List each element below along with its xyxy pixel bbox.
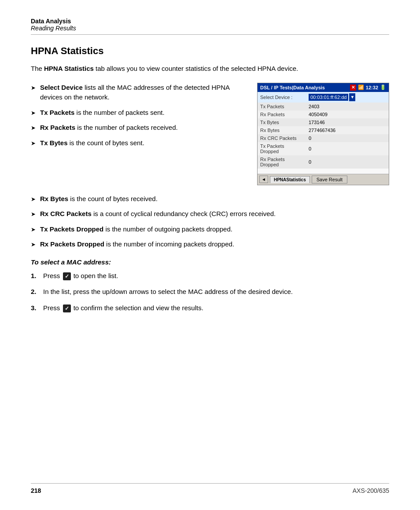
step-3-text-before: Press <box>43 304 62 312</box>
arrow-icon-7: ➤ <box>31 240 36 249</box>
arrow-icon-4: ➤ <box>31 195 36 204</box>
table-row: Tx Packets Dropped 0 <box>258 142 389 155</box>
step-3: 3. Press to confirm the selection and vi… <box>31 303 389 313</box>
dropdown-arrow-icon[interactable]: ▼ <box>349 93 355 101</box>
row-label-3: Rx Bytes <box>258 126 306 134</box>
bullet-item-6: ➤ Tx Packets Dropped is the number of ou… <box>31 224 389 235</box>
bullet-bold-2: Rx Packets <box>40 124 75 131</box>
bullet-list-left: ➤ Select Device lists all the MAC addres… <box>31 83 248 148</box>
table-row: Tx Packets 2403 <box>258 103 389 110</box>
row-value-3: 2774667436 <box>306 126 389 134</box>
device-select-value: 00:03:01:ff:62:dd <box>309 94 348 101</box>
footer-page-number: 218 <box>31 487 41 494</box>
device-data-table: Select Device : 00:03:01:ff:62:dd ▼ Tx P… <box>258 92 389 174</box>
device-screen: DSL / IP Tests|Data Analysis ✕ 📶 12:32 🔋… <box>257 83 389 185</box>
step-1-text-before: Press <box>43 272 62 279</box>
scroll-left-button[interactable]: ◄ <box>259 176 268 183</box>
row-label-0: Tx Packets <box>258 103 306 110</box>
step-1-text-after: to open the list. <box>74 272 118 279</box>
step-content-3: Press to confirm the selection and view … <box>43 303 389 313</box>
bullet-text-3: Tx Bytes is the count of bytes sent. <box>40 138 144 148</box>
right-content: DSL / IP Tests|Data Analysis ✕ 📶 12:32 🔋… <box>257 83 389 185</box>
bullet-rest-2: is the number of packets received. <box>75 124 178 131</box>
arrow-icon-6: ➤ <box>31 225 36 234</box>
hpna-statistics-tab[interactable]: HPNAStatistics <box>270 176 310 183</box>
select-device-value-cell: 00:03:01:ff:62:dd ▼ <box>306 92 389 103</box>
intro-text-after: tab allows you to view counter statistic… <box>94 65 298 72</box>
bullet-item-2: ➤ Rx Packets is the number of packets re… <box>31 123 248 133</box>
intro-paragraph: The HPNA Statistics tab allows you to vi… <box>31 64 389 74</box>
step-3-text-after: to confirm the selection and view the re… <box>74 304 203 312</box>
arrow-icon-0: ➤ <box>31 84 36 92</box>
header-title: Data Analysis <box>31 18 389 25</box>
table-row: Rx Packets 4050409 <box>258 110 389 118</box>
intro-bold: HPNA Statistics <box>44 65 94 72</box>
signal-icon: 📶 <box>358 84 364 90</box>
row-value-1: 4050409 <box>306 110 389 118</box>
row-label-4: Rx CRC Packets <box>258 134 306 142</box>
step-content-1: Press to open the list. <box>43 271 389 281</box>
step-2-text: In the list, press the up/down arrows to… <box>43 288 293 295</box>
bullet-item-4: ➤ Rx Bytes is the count of bytes receive… <box>31 194 389 204</box>
bullet-rest-6: is the number of outgoing packets droppe… <box>103 225 232 233</box>
bullet-text-6: Tx Packets Dropped is the number of outg… <box>40 224 232 235</box>
arrow-icon-2: ➤ <box>31 124 36 132</box>
device-titlebar: DSL / IP Tests|Data Analysis ✕ 📶 12:32 🔋 <box>258 83 389 92</box>
bullet-item-0: ➤ Select Device lists all the MAC addres… <box>31 83 248 103</box>
row-value-6: 0 <box>306 155 389 169</box>
time-display: 12:32 <box>366 85 378 90</box>
bullet-rest-3: is the count of bytes sent. <box>68 139 144 147</box>
bullet-item-3: ➤ Tx Bytes is the count of bytes sent. <box>31 138 248 148</box>
table-row: Rx CRC Packets 0 <box>258 134 389 142</box>
close-icon[interactable]: ✕ <box>350 84 356 91</box>
step-1: 1. Press to open the list. <box>31 271 389 281</box>
device-select-dropdown[interactable]: 00:03:01:ff:62:dd ▼ <box>309 93 355 101</box>
full-width-bullets: ➤ Rx Bytes is the count of bytes receive… <box>31 194 389 249</box>
numbered-steps: 1. Press to open the list. 2. In the lis… <box>31 271 389 313</box>
table-row: Rx Packets Dropped 0 <box>258 155 389 169</box>
bullet-item-1: ➤ Tx Packets is the number of packets se… <box>31 108 248 118</box>
bullet-bold-4: Rx Bytes <box>40 195 68 202</box>
step-2: 2. In the list, press the up/down arrows… <box>31 287 389 297</box>
device-bottom-bar: ◄ HPNAStatistics Save Result <box>258 174 389 185</box>
checkmark-icon-1 <box>63 272 71 280</box>
bullet-rest-1: is the number of packets sent. <box>74 109 164 116</box>
row-label-6: Rx Packets Dropped <box>258 155 306 169</box>
bullet-rest-7: is the number of incoming packets droppe… <box>104 240 234 248</box>
page-container: Data Analysis Reading Results HPNA Stati… <box>0 0 420 510</box>
header-section: Data Analysis Reading Results <box>31 18 389 35</box>
bullet-item-7: ➤ Rx Packets Dropped is the number of in… <box>31 239 389 249</box>
row-value-5: 0 <box>306 142 389 155</box>
bullet-bold-3: Tx Bytes <box>40 139 68 147</box>
device-titlebar-text: DSL / IP Tests|Data Analysis <box>260 85 325 90</box>
main-heading: HPNA Statistics <box>31 45 389 57</box>
row-label-5: Tx Packets Dropped <box>258 142 306 155</box>
checkmark-icon-3 <box>63 305 71 312</box>
save-result-button[interactable]: Save Result <box>312 176 347 183</box>
content-area: ➤ Select Device lists all the MAC addres… <box>31 83 389 185</box>
select-device-row: Select Device : 00:03:01:ff:62:dd ▼ <box>258 92 389 103</box>
bullet-text-7: Rx Packets Dropped is the number of inco… <box>40 239 234 249</box>
row-label-2: Tx Bytes <box>258 118 306 126</box>
bullet-item-5: ➤ Rx CRC Packets is a count of cyclical … <box>31 209 389 219</box>
row-value-2: 173146 <box>306 118 389 126</box>
step-number-1: 1. <box>31 271 43 281</box>
bullet-text-2: Rx Packets is the number of packets rece… <box>40 123 178 133</box>
select-device-label: Select Device : <box>258 92 306 103</box>
row-value-0: 2403 <box>306 103 389 110</box>
bullet-rest-5: is a count of cyclical redundancy check … <box>92 210 276 217</box>
table-row: Rx Bytes 2774667436 <box>258 126 389 134</box>
step-content-2: In the list, press the up/down arrows to… <box>43 287 389 297</box>
header-divider <box>31 34 389 35</box>
bullet-bold-1: Tx Packets <box>40 109 74 116</box>
bullet-bold-6: Tx Packets Dropped <box>40 225 103 233</box>
procedure-heading: To select a MAC address: <box>31 258 389 266</box>
bullet-bold-5: Rx CRC Packets <box>40 210 92 217</box>
header-subtitle: Reading Results <box>31 25 389 32</box>
device-titlebar-right: ✕ 📶 12:32 🔋 <box>350 84 386 91</box>
spacer-row <box>258 169 389 174</box>
row-label-1: Rx Packets <box>258 110 306 118</box>
page-footer: 218 AXS-200/635 <box>31 483 389 494</box>
arrow-icon-5: ➤ <box>31 210 36 219</box>
bullet-text-5: Rx CRC Packets is a count of cyclical re… <box>40 209 276 219</box>
